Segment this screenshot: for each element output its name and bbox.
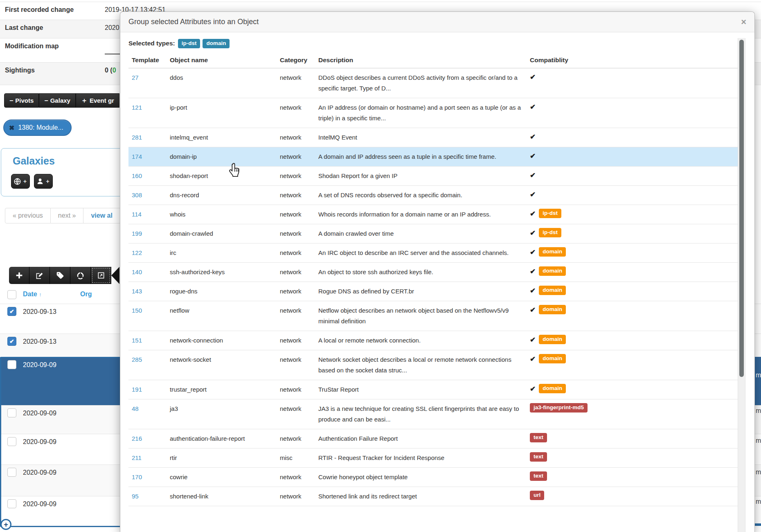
object-template-row[interactable]: 27ddosnetworkDDoS object describes a cur… xyxy=(128,68,739,98)
object-template-row[interactable]: 151network-connectionnetworkA local or r… xyxy=(128,331,739,350)
toolbar-notch xyxy=(111,267,119,284)
object-description: A set of DNS records observed for a spec… xyxy=(315,186,527,205)
template-id-link[interactable]: 151 xyxy=(128,331,167,350)
row-date: 2020-09-09 xyxy=(23,361,56,369)
group-into-object-button[interactable] xyxy=(91,267,111,284)
object-template-row[interactable]: 122ircnetworkAn IRC object to describe a… xyxy=(128,243,739,263)
template-id-link[interactable]: 160 xyxy=(128,167,167,185)
modal-scrollbar-track[interactable] xyxy=(738,38,745,532)
object-template-row[interactable]: 160shodan-reportnetworkShodan Report for… xyxy=(128,167,739,186)
close-icon[interactable]: ✖ xyxy=(9,124,14,132)
row-checkbox[interactable] xyxy=(7,437,16,446)
object-template-row[interactable]: 114whoisnetworkWhois records information… xyxy=(128,205,739,224)
row-checkbox[interactable] xyxy=(7,307,16,316)
compatibility-cell: text xyxy=(527,429,739,448)
event-graph-toggle-button[interactable]: ＋ Event gr xyxy=(76,93,119,108)
template-id-link[interactable]: 27 xyxy=(128,68,167,98)
select-all-checkbox[interactable] xyxy=(7,290,16,299)
object-description: Netflow object describes an network obje… xyxy=(315,301,527,331)
modal-scrollbar-thumb[interactable] xyxy=(739,40,744,377)
tag-selected-button[interactable] xyxy=(50,267,70,284)
object-name: ddos xyxy=(167,68,277,98)
incompatible-type-badge: domain xyxy=(539,354,566,363)
compatible-check-icon: ✔ xyxy=(530,209,536,219)
add-attribute-button[interactable] xyxy=(9,267,29,284)
object-template-row[interactable]: 285network-socketnetworkNetwork socket o… xyxy=(128,350,739,380)
pivots-toggle-button[interactable]: − Pivots xyxy=(4,93,39,108)
object-name: ja3 xyxy=(167,399,277,429)
date-column-sort-link[interactable]: Date ↑ xyxy=(23,291,42,298)
object-template-row[interactable]: 95shortened-linknetworkShortened link an… xyxy=(128,487,739,506)
previous-page-button[interactable]: « previous xyxy=(5,208,51,223)
incompatible-type-badge: text xyxy=(530,452,547,462)
template-id-link[interactable]: 281 xyxy=(128,128,167,147)
object-template-row[interactable]: 174domain-ipnetworkA domain and IP addre… xyxy=(128,147,739,167)
template-id-link[interactable]: 174 xyxy=(128,147,167,166)
object-template-row[interactable]: 281intelmq_eventnetworkIntelMQ Event✔ xyxy=(128,128,739,147)
galaxy-toggle-button[interactable]: − Galaxy xyxy=(39,93,76,108)
object-template-row[interactable]: 121ip-portnetworkAn IP address (or domai… xyxy=(128,98,739,128)
object-template-row[interactable]: 170cowrienetworkCowrie honeypot object t… xyxy=(128,468,739,487)
row-checkbox[interactable] xyxy=(7,408,16,417)
org-column-link[interactable]: Org xyxy=(80,291,92,298)
view-all-button[interactable]: view al xyxy=(83,208,120,223)
globe-icon xyxy=(14,178,21,185)
object-group-icon xyxy=(97,271,105,280)
template-id-link[interactable]: 48 xyxy=(128,399,167,429)
pivot-chip-label: 1380: Module... xyxy=(18,124,63,131)
row-date: 2020-09-13 xyxy=(23,308,56,316)
add-galaxy-button[interactable]: ＋ xyxy=(11,174,30,189)
template-id-link[interactable]: 121 xyxy=(128,98,167,128)
template-id-link[interactable]: 308 xyxy=(128,186,167,205)
row-checkbox[interactable] xyxy=(7,499,16,508)
object-template-row[interactable]: 140ssh-authorized-keysnetworkAn object t… xyxy=(128,263,739,282)
object-description: Whois records information for a domain n… xyxy=(315,205,527,224)
row-checkbox[interactable] xyxy=(7,468,16,477)
row-checkbox[interactable] xyxy=(7,337,16,346)
object-template-row[interactable]: 211rtirmiscRTIR - Request Tracker for In… xyxy=(128,449,739,468)
row-checkbox[interactable] xyxy=(7,360,16,369)
compatibility-cell: ✔ip-dst xyxy=(527,224,739,243)
template-id-link[interactable]: 114 xyxy=(128,205,167,224)
template-id-link[interactable]: 170 xyxy=(128,468,167,487)
object-template-row[interactable]: 150netflownetworkNetflow object describe… xyxy=(128,301,739,331)
template-id-link[interactable]: 143 xyxy=(128,282,167,301)
object-description: An object to store ssh authorized keys f… xyxy=(315,263,527,282)
object-template-row[interactable]: 308dns-recordnetworkA set of DNS records… xyxy=(128,186,739,205)
object-group-add-icon[interactable]: + xyxy=(0,519,11,530)
template-id-link[interactable]: 216 xyxy=(128,429,167,448)
object-name: shortened-link xyxy=(167,487,277,506)
incompatible-type-badge: domain xyxy=(539,384,566,393)
template-id-link[interactable]: 191 xyxy=(128,380,167,399)
pivot-breadcrumb-chip[interactable]: ✖ 1380: Module... xyxy=(3,119,72,136)
template-id-link[interactable]: 95 xyxy=(128,487,167,506)
next-page-button[interactable]: next » xyxy=(51,208,84,223)
template-id-link[interactable]: 122 xyxy=(128,243,167,262)
template-id-link[interactable]: 150 xyxy=(128,301,167,331)
edit-selected-button[interactable] xyxy=(29,267,50,284)
object-template-row[interactable]: 216authentication-failure-reportnetworkA… xyxy=(128,429,739,449)
compatible-check-icon: ✔ xyxy=(530,247,536,258)
template-id-link[interactable]: 140 xyxy=(128,263,167,282)
compatibility-cell: text xyxy=(527,468,739,487)
object-template-row[interactable]: 48ja3networkJA3 is a new technique for c… xyxy=(128,399,739,429)
incompatible-type-badge: domain xyxy=(539,266,566,276)
object-description: A domain crawled over time xyxy=(315,224,527,243)
template-id-link[interactable]: 285 xyxy=(128,350,167,380)
incompatible-type-badge: text xyxy=(530,471,547,481)
object-template-row[interactable]: 199domain-crawlednetworkA domain crawled… xyxy=(128,224,739,243)
sort-asc-icon: ↑ xyxy=(39,291,42,298)
modal-close-button[interactable]: × xyxy=(741,18,746,27)
template-id-link[interactable]: 211 xyxy=(128,449,167,467)
sighting-selected-button[interactable] xyxy=(70,267,91,284)
object-template-row[interactable]: 191trustar_reportnetworkTruStar Report✔d… xyxy=(128,380,739,399)
object-description: Rogue DNS as defined by CERT.br xyxy=(315,282,527,301)
template-id-link[interactable]: 199 xyxy=(128,224,167,243)
object-template-row[interactable]: 143rogue-dnsnetworkRogue DNS as defined … xyxy=(128,282,739,301)
info-label: Last change xyxy=(5,24,43,32)
row-date: 2020-09-09 xyxy=(23,469,56,476)
object-category: network xyxy=(277,167,315,185)
add-local-galaxy-button[interactable]: ＋ xyxy=(34,174,53,189)
compatibility-cell: ✔domain xyxy=(527,243,739,262)
object-name: shodan-report xyxy=(167,167,277,185)
